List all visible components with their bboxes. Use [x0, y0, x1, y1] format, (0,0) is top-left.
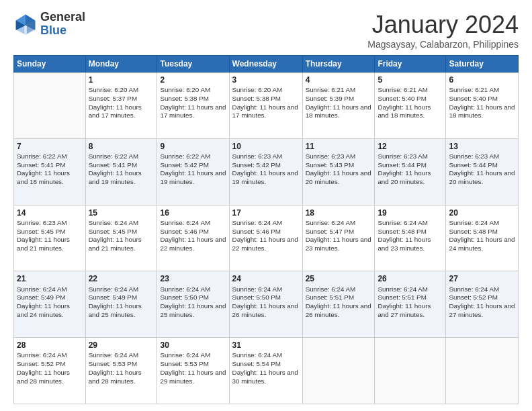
- calendar-cell: [375, 338, 446, 404]
- month-title: January 2024: [367, 11, 519, 39]
- calendar-cell: 14Sunrise: 6:23 AMSunset: 5:45 PMDayligh…: [14, 205, 86, 271]
- header-friday: Friday: [375, 56, 446, 73]
- calendar-cell: 29Sunrise: 6:24 AMSunset: 5:53 PMDayligh…: [85, 338, 157, 404]
- calendar-header-row: Sunday Monday Tuesday Wednesday Thursday…: [14, 56, 519, 73]
- day-info: Sunrise: 6:24 AMSunset: 5:48 PMDaylight:…: [378, 219, 443, 253]
- day-info: Sunrise: 6:22 AMSunset: 5:42 PMDaylight:…: [160, 152, 226, 187]
- header-tuesday: Tuesday: [157, 56, 229, 73]
- calendar-cell: [446, 338, 519, 404]
- day-info: Sunrise: 6:24 AMSunset: 5:46 PMDaylight:…: [160, 219, 226, 253]
- calendar-cell: 25Sunrise: 6:24 AMSunset: 5:51 PMDayligh…: [302, 271, 375, 338]
- day-number: 14: [17, 208, 83, 218]
- calendar-cell: 2Sunrise: 6:20 AMSunset: 5:38 PMDaylight…: [157, 73, 229, 139]
- day-info: Sunrise: 6:21 AMSunset: 5:40 PMDaylight:…: [378, 86, 443, 120]
- day-info: Sunrise: 6:21 AMSunset: 5:40 PMDaylight:…: [449, 86, 515, 120]
- day-info: Sunrise: 6:24 AMSunset: 5:46 PMDaylight:…: [232, 219, 300, 253]
- calendar-cell: 28Sunrise: 6:24 AMSunset: 5:52 PMDayligh…: [14, 338, 86, 404]
- day-info: Sunrise: 6:23 AMSunset: 5:44 PMDaylight:…: [378, 152, 443, 187]
- day-info: Sunrise: 6:23 AMSunset: 5:43 PMDaylight:…: [306, 152, 372, 187]
- day-info: Sunrise: 6:22 AMSunset: 5:41 PMDaylight:…: [89, 152, 154, 187]
- day-number: 22: [89, 273, 154, 284]
- day-info: Sunrise: 6:24 AMSunset: 5:50 PMDaylight:…: [232, 285, 300, 320]
- day-number: 31: [232, 340, 300, 351]
- day-number: 2: [160, 75, 226, 85]
- header-thursday: Thursday: [302, 56, 375, 73]
- day-number: 17: [232, 208, 300, 218]
- day-info: Sunrise: 6:21 AMSunset: 5:39 PMDaylight:…: [306, 86, 372, 120]
- page: General Blue January 2024 Magsaysay, Cal…: [0, 0, 532, 411]
- day-info: Sunrise: 6:20 AMSunset: 5:38 PMDaylight:…: [232, 86, 300, 120]
- calendar-cell: 16Sunrise: 6:24 AMSunset: 5:46 PMDayligh…: [157, 205, 229, 271]
- calendar-cell: 26Sunrise: 6:24 AMSunset: 5:51 PMDayligh…: [375, 271, 446, 338]
- calendar-cell: 24Sunrise: 6:24 AMSunset: 5:50 PMDayligh…: [229, 271, 302, 338]
- calendar-cell: 20Sunrise: 6:24 AMSunset: 5:48 PMDayligh…: [446, 205, 519, 271]
- calendar-week-row: 1Sunrise: 6:20 AMSunset: 5:37 PMDaylight…: [14, 73, 519, 139]
- header-sunday: Sunday: [14, 56, 86, 73]
- day-number: 27: [449, 273, 515, 284]
- title-section: January 2024 Magsaysay, Calabarzon, Phil…: [367, 11, 519, 50]
- day-info: Sunrise: 6:24 AMSunset: 5:53 PMDaylight:…: [160, 351, 226, 385]
- logo-icon: [13, 12, 38, 36]
- day-number: 5: [378, 75, 443, 85]
- header-saturday: Saturday: [446, 56, 519, 73]
- day-info: Sunrise: 6:24 AMSunset: 5:50 PMDaylight:…: [160, 285, 226, 320]
- calendar-cell: 7Sunrise: 6:22 AMSunset: 5:41 PMDaylight…: [14, 138, 86, 205]
- day-number: 1: [89, 75, 154, 85]
- day-info: Sunrise: 6:20 AMSunset: 5:38 PMDaylight:…: [160, 86, 226, 120]
- day-number: 18: [306, 208, 372, 218]
- header-wednesday: Wednesday: [229, 56, 302, 73]
- calendar-cell: 6Sunrise: 6:21 AMSunset: 5:40 PMDaylight…: [446, 73, 519, 139]
- calendar-cell: 31Sunrise: 6:24 AMSunset: 5:54 PMDayligh…: [229, 338, 302, 404]
- day-number: 24: [232, 273, 300, 284]
- calendar-cell: 17Sunrise: 6:24 AMSunset: 5:46 PMDayligh…: [229, 205, 302, 271]
- day-number: 6: [449, 75, 515, 85]
- calendar-cell: 19Sunrise: 6:24 AMSunset: 5:48 PMDayligh…: [375, 205, 446, 271]
- day-info: Sunrise: 6:24 AMSunset: 5:54 PMDaylight:…: [232, 351, 300, 385]
- day-info: Sunrise: 6:24 AMSunset: 5:53 PMDaylight:…: [89, 351, 154, 385]
- calendar-cell: 11Sunrise: 6:23 AMSunset: 5:43 PMDayligh…: [302, 138, 375, 205]
- day-number: 10: [232, 141, 300, 152]
- day-number: 20: [449, 208, 515, 218]
- day-number: 9: [160, 141, 226, 152]
- day-info: Sunrise: 6:24 AMSunset: 5:45 PMDaylight:…: [89, 219, 154, 253]
- day-number: 25: [306, 273, 372, 284]
- day-info: Sunrise: 6:24 AMSunset: 5:49 PMDaylight:…: [17, 285, 83, 320]
- day-info: Sunrise: 6:24 AMSunset: 5:49 PMDaylight:…: [89, 285, 154, 320]
- day-info: Sunrise: 6:24 AMSunset: 5:52 PMDaylight:…: [449, 285, 515, 320]
- day-number: 11: [306, 141, 372, 152]
- calendar: Sunday Monday Tuesday Wednesday Thursday…: [13, 55, 519, 404]
- day-number: 30: [160, 340, 226, 351]
- calendar-week-row: 7Sunrise: 6:22 AMSunset: 5:41 PMDaylight…: [14, 138, 519, 205]
- logo-text: General Blue: [40, 11, 85, 38]
- header-monday: Monday: [85, 56, 157, 73]
- day-info: Sunrise: 6:24 AMSunset: 5:51 PMDaylight:…: [378, 285, 443, 320]
- day-number: 19: [378, 208, 443, 218]
- day-info: Sunrise: 6:24 AMSunset: 5:48 PMDaylight:…: [449, 219, 515, 253]
- calendar-cell: 8Sunrise: 6:22 AMSunset: 5:41 PMDaylight…: [85, 138, 157, 205]
- calendar-week-row: 21Sunrise: 6:24 AMSunset: 5:49 PMDayligh…: [14, 271, 519, 338]
- location-title: Magsaysay, Calabarzon, Philippines: [367, 39, 519, 50]
- day-number: 16: [160, 208, 226, 218]
- day-info: Sunrise: 6:22 AMSunset: 5:41 PMDaylight:…: [17, 152, 83, 187]
- logo-blue: Blue: [40, 24, 85, 38]
- calendar-cell: 22Sunrise: 6:24 AMSunset: 5:49 PMDayligh…: [85, 271, 157, 338]
- day-number: 29: [89, 340, 154, 351]
- calendar-cell: 10Sunrise: 6:23 AMSunset: 5:42 PMDayligh…: [229, 138, 302, 205]
- calendar-cell: 1Sunrise: 6:20 AMSunset: 5:37 PMDaylight…: [85, 73, 157, 139]
- calendar-cell: 13Sunrise: 6:23 AMSunset: 5:44 PMDayligh…: [446, 138, 519, 205]
- calendar-cell: 9Sunrise: 6:22 AMSunset: 5:42 PMDaylight…: [157, 138, 229, 205]
- header: General Blue January 2024 Magsaysay, Cal…: [13, 11, 519, 50]
- day-info: Sunrise: 6:20 AMSunset: 5:37 PMDaylight:…: [89, 86, 154, 120]
- day-number: 7: [17, 141, 83, 152]
- calendar-cell: 23Sunrise: 6:24 AMSunset: 5:50 PMDayligh…: [157, 271, 229, 338]
- day-info: Sunrise: 6:24 AMSunset: 5:47 PMDaylight:…: [306, 219, 372, 253]
- day-info: Sunrise: 6:23 AMSunset: 5:42 PMDaylight:…: [232, 152, 300, 187]
- day-number: 23: [160, 273, 226, 284]
- day-number: 21: [17, 273, 83, 284]
- day-info: Sunrise: 6:23 AMSunset: 5:45 PMDaylight:…: [17, 219, 83, 253]
- day-number: 8: [89, 141, 154, 152]
- day-number: 3: [232, 75, 300, 85]
- calendar-week-row: 28Sunrise: 6:24 AMSunset: 5:52 PMDayligh…: [14, 338, 519, 404]
- calendar-cell: 30Sunrise: 6:24 AMSunset: 5:53 PMDayligh…: [157, 338, 229, 404]
- calendar-cell: [302, 338, 375, 404]
